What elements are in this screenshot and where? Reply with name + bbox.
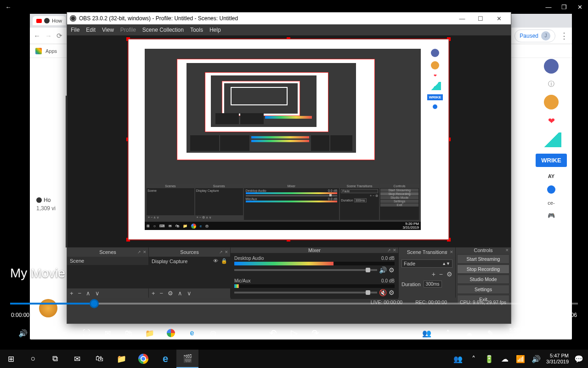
chrome-menu-icon[interactable]: ⋮ (560, 31, 568, 41)
explorer-taskbar-icon[interactable]: 📁 (110, 350, 132, 368)
tray-chevron-icon[interactable]: ˄ (468, 353, 479, 364)
folder-icon[interactable]: 📁 (144, 328, 155, 339)
sound-tray-icon[interactable]: 🔊 (531, 353, 542, 364)
onedrive-icon[interactable]: ☁ (499, 353, 510, 364)
video-editor-taskbar-icon[interactable]: 🎬 (176, 350, 198, 368)
start-button[interactable]: ⊞ (0, 350, 22, 368)
edge-taskbar-icon[interactable]: e (154, 350, 176, 368)
task-view-icon[interactable]: ⧉ (44, 350, 66, 368)
more-icon[interactable]: ⋯ (560, 328, 571, 339)
speaker-icon[interactable]: 🔊 (379, 266, 387, 274)
wrike-button[interactable]: WRIKE (536, 154, 566, 167)
chrome-taskbar-icon[interactable] (132, 350, 154, 368)
gear-icon[interactable]: ⚙ (168, 290, 173, 297)
add-icon[interactable]: + (70, 290, 74, 297)
mute-icon[interactable]: 🔇 (379, 289, 387, 296)
panel-close-icon[interactable]: ✕ (450, 250, 453, 254)
restore-icon[interactable]: ❐ (560, 3, 568, 11)
apps-grid-icon[interactable] (35, 48, 42, 54)
preview-selection[interactable]: ScenesScene+ − ∧ ∨ SourcesDisplay Captur… (128, 39, 449, 240)
panel-close-icon[interactable]: ✕ (225, 250, 228, 254)
studio-mode-button[interactable]: Studio Mode (457, 275, 509, 284)
menu-view[interactable]: View (102, 27, 114, 33)
profile-paused-pill[interactable]: Paused J (514, 29, 555, 42)
minimize-icon[interactable]: ― (545, 3, 552, 11)
source-item[interactable]: Display Capture👁🔒 (149, 257, 230, 265)
apps-label[interactable]: Apps (45, 48, 57, 54)
volume-slider[interactable] (234, 292, 377, 293)
lock-icon[interactable]: 🔒 (221, 258, 227, 264)
menu-edit[interactable]: Edit (86, 27, 96, 33)
play-button[interactable]: ▷ (288, 328, 300, 339)
menu-profile[interactable]: Profile (120, 27, 136, 33)
eye-icon[interactable]: 👁 (213, 258, 218, 264)
add-icon[interactable]: + (152, 290, 155, 297)
obs-preview[interactable]: ScenesScene+ − ∧ ∨ SourcesDisplay Captur… (67, 35, 511, 247)
start-streaming-button[interactable]: Start Streaming (457, 254, 509, 264)
mini-view-icon[interactable]: ⤢ (538, 328, 549, 339)
people-tray-icon[interactable]: 👥 (452, 353, 464, 364)
mail-taskbar-icon[interactable]: ✉ (66, 350, 88, 368)
gear-icon[interactable]: ⚙ (389, 266, 395, 274)
aspect-icon[interactable]: ⛶ (81, 328, 92, 339)
cloud-icon[interactable]: ☁ (464, 328, 475, 339)
menu-file[interactable]: File (71, 27, 79, 33)
menu-help[interactable]: Help (209, 27, 221, 33)
down-icon[interactable]: ∨ (95, 290, 100, 297)
edge-icon[interactable]: e (187, 328, 198, 339)
store-taskbar-icon[interactable]: 🛍 (88, 350, 110, 368)
chevron-up-icon[interactable]: ˄ (442, 328, 453, 339)
cortana-icon[interactable]: ○ (22, 350, 44, 368)
obs-maximize[interactable]: ☐ (471, 12, 490, 24)
cast-icon[interactable]: ⎚ (39, 328, 50, 339)
back-icon[interactable]: ← (5, 3, 12, 11)
menu-tools[interactable]: Tools (190, 27, 203, 33)
popout-icon[interactable]: ↗ (444, 250, 448, 254)
remove-icon[interactable]: − (439, 270, 443, 278)
down-icon[interactable]: ∨ (187, 290, 192, 297)
panel-close-icon[interactable]: ✕ (393, 248, 396, 253)
gear-icon[interactable]: ⚙ (389, 289, 395, 296)
obs-tray-icon[interactable]: ◎ (208, 328, 219, 339)
obs-titlebar[interactable]: OBS 23.0.2 (32-bit, windows) - Profile: … (67, 12, 511, 24)
settings-button[interactable]: Settings (457, 285, 509, 294)
info-icon[interactable]: ⓘ (548, 80, 554, 88)
add-icon[interactable]: + (432, 270, 435, 278)
up-icon[interactable]: ∧ (178, 290, 182, 297)
scrubber-thumb[interactable] (90, 299, 99, 308)
skip-fwd-button[interactable]: ↷30 (310, 328, 321, 339)
wifi-icon[interactable]: 📶 (515, 353, 526, 364)
system-clock[interactable]: 5:47 PM3/31/2019 (546, 353, 569, 365)
gear-icon[interactable]: ⚙ (447, 270, 452, 278)
action-center-icon[interactable]: 💬 (573, 353, 584, 364)
popout-icon[interactable]: ↗ (137, 250, 141, 254)
battery-icon[interactable]: 🔋 (484, 353, 495, 364)
browser-reload-icon[interactable]: ⟳ (57, 32, 62, 40)
panel-close-icon[interactable]: ✕ (505, 248, 509, 253)
popout-icon[interactable]: ↗ (219, 250, 223, 254)
people-icon[interactable]: 👥 (421, 328, 432, 339)
remove-icon[interactable]: − (78, 290, 82, 297)
obs-minimize[interactable]: ― (453, 12, 471, 24)
skip-back-button[interactable]: ↶10 (267, 328, 278, 339)
menu-scene-collection[interactable]: Scene Collection (142, 27, 184, 33)
store-icon[interactable]: 🛍 (123, 328, 134, 339)
volume-slider[interactable] (234, 269, 377, 271)
mail-icon[interactable]: ✉ (102, 328, 113, 339)
channel-avatar[interactable] (544, 95, 559, 109)
transition-select[interactable]: Fade▲▼ (401, 259, 452, 268)
stop-recording-button[interactable]: Stop Recording (457, 264, 509, 274)
heart-icon[interactable]: ❤ (548, 116, 555, 126)
up-icon[interactable]: ∧ (86, 290, 90, 297)
popout-icon[interactable]: ↗ (387, 248, 391, 253)
duration-input[interactable]: 300ms (424, 281, 442, 288)
scene-item[interactable]: Scene (67, 257, 148, 265)
chrome-icon[interactable] (165, 328, 176, 339)
search-frame-icon[interactable]: ⌕ (60, 328, 71, 339)
panel-close-icon[interactable]: ✕ (143, 250, 147, 254)
video-scrubber[interactable] (10, 303, 578, 305)
pencil-icon[interactable]: ✎ (485, 328, 496, 339)
volume-icon[interactable]: 🔊 (17, 328, 28, 339)
browser-fwd-icon[interactable]: → (45, 32, 52, 40)
obs-close[interactable]: ✕ (490, 12, 508, 24)
